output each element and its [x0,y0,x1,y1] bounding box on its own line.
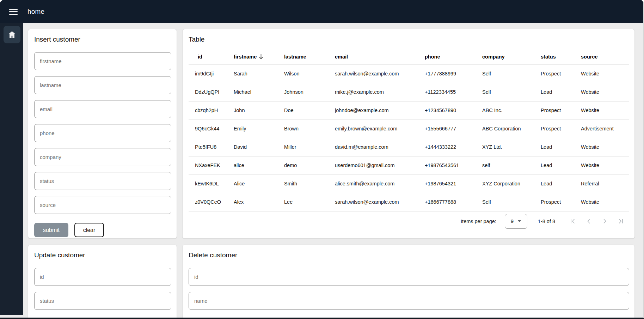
cell-source: Website [581,83,629,101]
column-header-source[interactable]: source [581,49,629,65]
table-row: kEwtK6DLAliceSmithalice.smith@example.co… [189,174,629,193]
items-per-page-select[interactable]: 9 [505,214,527,229]
cell-source: Website [581,193,629,211]
cell-company: Self [482,65,541,83]
chevron-left-icon [585,218,592,225]
previous-page-button[interactable] [581,214,597,229]
column-header-lastname[interactable]: lastname [284,49,335,65]
topbar: home [0,0,643,23]
insert-company-input[interactable] [34,148,171,166]
delete-id-input[interactable] [189,268,629,286]
table-row: cbzqh2pHJohnDoejohndoe@example.com+12345… [189,101,629,119]
insert-customer-card: Insert customer submit clear [28,29,177,239]
column-header-status[interactable]: status [541,49,581,65]
update-id-input[interactable] [34,268,171,286]
table-card: Table _idfirstnamelastnameemailphonecomp… [182,29,635,239]
cell-id: im9dGtji [189,65,234,83]
cell-phone: +1234567890 [425,101,482,119]
update-card-title: Update customer [34,251,171,259]
cell-lastname: Miller [284,138,335,156]
cell-email: sarah.wilson@example.com [335,193,425,211]
insert-submit-button[interactable]: submit [34,223,68,237]
insert-lastname-input[interactable] [34,76,171,94]
cell-firstname: Alice [234,174,284,193]
delete-form [189,268,629,310]
table-row: z0V0QCeOAlexLeesarah.wilson@example.com+… [189,193,629,211]
cell-company: self [482,156,541,174]
cell-firstname: Alex [234,193,284,211]
cell-status: Prospect [541,101,581,119]
delete-card-title: Delete customer [189,251,629,259]
next-page-button[interactable] [597,214,613,229]
cell-id: cbzqh2pH [189,101,234,119]
column-header-firstname[interactable]: firstname [234,49,284,65]
cell-phone: +1555666777 [425,119,482,138]
table-header-row: _idfirstnamelastnameemailphonecompanysta… [189,49,629,65]
column-header-id[interactable]: _id [189,49,234,65]
menu-button[interactable] [7,7,20,17]
cell-email: johndoe@example.com [335,101,425,119]
insert-source-input[interactable] [34,196,171,214]
paginator: Items per page: 9 1-8 of 8 [189,211,629,232]
column-header-company[interactable]: company [482,49,541,65]
column-header-label: firstname [234,54,257,60]
column-header-phone[interactable]: phone [425,49,482,65]
sort-descending-icon [258,54,264,60]
cell-status: Lead [541,138,581,156]
cell-company: Self [482,193,541,211]
update-form [34,268,171,310]
table-row: Pte5fFU8DavidMillerdavid.m@example.com+1… [189,138,629,156]
cell-email: david.m@example.com [335,138,425,156]
cell-firstname: alice [234,156,284,174]
insert-clear-button[interactable]: clear [74,223,104,237]
cell-phone: +1777888999 [425,65,482,83]
cell-id: DdzUgQPI [189,83,234,101]
column-header-label: _id [195,54,202,60]
customers-table: _idfirstnamelastnameemailphonecompanysta… [189,49,629,211]
column-header-label: lastname [284,54,306,60]
chevron-right-icon [601,218,608,225]
cell-id: NXaxeFEK [189,156,234,174]
page-title: home [27,8,44,16]
insert-firstname-input[interactable] [34,52,171,70]
cell-company: ABC Inc. [482,101,541,119]
cell-source: Website [581,138,629,156]
cell-lastname: Lee [284,193,335,211]
cell-source: Website [581,156,629,174]
cell-phone: +1444333222 [425,138,482,156]
cell-phone: +1987654321 [425,174,482,193]
cell-firstname: Emily [234,119,284,138]
insert-email-input[interactable] [34,100,171,118]
cell-lastname: demo [284,156,335,174]
column-header-label: company [482,54,505,60]
update-status-input[interactable] [34,292,171,310]
home-icon [7,30,17,39]
column-header-label: phone [425,54,440,60]
last-page-button[interactable] [613,214,628,229]
cell-source: Referral [581,174,629,193]
cell-lastname: Johnson [284,83,335,101]
insert-status-input[interactable] [34,172,171,190]
cell-status: Prospect [541,65,581,83]
column-header-email[interactable]: email [335,49,425,65]
first-page-button[interactable] [565,214,581,229]
cell-company: XYZ Corporation [482,174,541,193]
sidebar-item-home[interactable] [4,26,20,43]
cell-lastname: Smith [284,174,335,193]
items-per-page-value: 9 [511,218,514,224]
table-row: im9dGtjiSarahWilsonsarah.wilson@example.… [189,65,629,83]
update-customer-card: Update customer submit clear [28,245,177,318]
cell-id: kEwtK6DL [189,174,234,193]
column-header-label: status [541,54,556,60]
table-row: DdzUgQPIMichaelJohnsonmike.j@example.com… [189,83,629,101]
table-row: 9Q6cGk44EmilyBrownemily.brown@example.co… [189,119,629,138]
cell-email: mike.j@example.com [335,83,425,101]
delete-customer-card: Delete customer submit clear [182,245,635,318]
cell-firstname: Sarah [234,65,284,83]
range-label: 1-8 of 8 [538,219,555,224]
last-page-icon [617,218,624,225]
insert-form [34,52,171,214]
delete-name-input[interactable] [189,292,629,310]
insert-phone-input[interactable] [34,124,171,142]
items-per-page-label: Items per page: [461,219,496,224]
